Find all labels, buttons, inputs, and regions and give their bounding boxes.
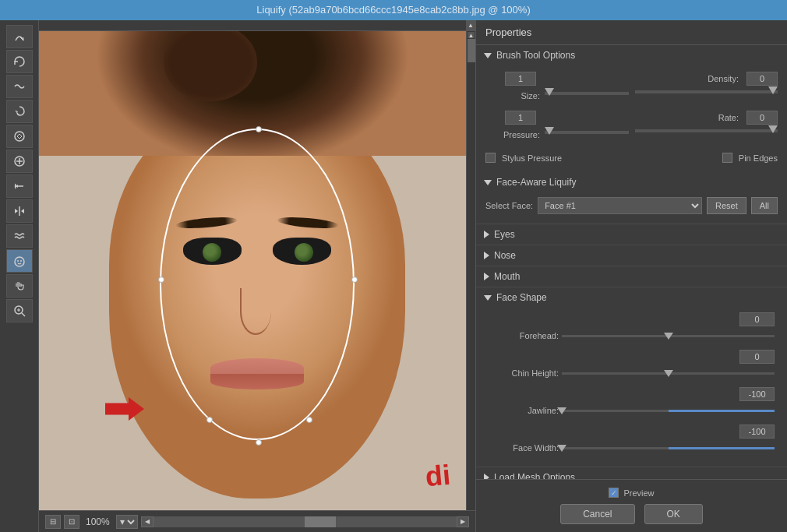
smooth-tool[interactable] — [6, 75, 33, 98]
density-label: Density: — [708, 74, 739, 83]
toolbar — [0, 20, 39, 532]
twirl-tool[interactable] — [6, 100, 33, 123]
mouth-triangle — [484, 273, 489, 280]
forehead-row: Forehead: — [489, 328, 775, 344]
preview-row: ✓ Preview — [609, 488, 654, 498]
forehead-slider[interactable] — [562, 328, 775, 344]
jawline-value[interactable] — [739, 387, 775, 401]
horizontal-scroll-thumb[interactable] — [305, 516, 336, 527]
face-image[interactable]: di — [39, 31, 466, 510]
preview-checkbox[interactable]: ✓ — [609, 488, 619, 498]
scroll-up-arrow[interactable]: ▲ — [466, 20, 475, 31]
jawline-slider[interactable] — [562, 403, 775, 418]
density-value[interactable] — [746, 72, 778, 86]
rate-thumb[interactable] — [768, 125, 778, 133]
turbulence-tool[interactable] — [6, 224, 33, 248]
pressure-thumb[interactable] — [545, 127, 554, 135]
ctrl-point-bottom-right[interactable] — [306, 417, 312, 423]
face-width-slider[interactable] — [562, 440, 775, 456]
load-mesh-header[interactable]: Load Mesh Options — [476, 467, 787, 479]
jawline-row: Jawline: — [489, 403, 775, 418]
status-bar: ⊟ ⊡ 100% ▾ ◀ ▶ — [39, 510, 475, 532]
canvas-content: di — [39, 31, 466, 510]
cancel-button[interactable]: Cancel — [560, 504, 634, 524]
ctrl-point-left[interactable] — [158, 277, 164, 283]
face-width-label: Face Width: — [489, 443, 559, 453]
ctrl-point-bottom[interactable] — [256, 439, 262, 446]
ok-button[interactable]: OK — [644, 504, 703, 524]
face-shape-header[interactable]: Face Shape — [476, 287, 787, 308]
bloat-tool[interactable] — [6, 150, 33, 173]
pressure-rate-row: Pressure: Rate: — [485, 111, 778, 145]
zoom-tool[interactable] — [6, 299, 33, 322]
size-thumb[interactable] — [545, 88, 554, 96]
brush-options-triangle — [484, 53, 492, 58]
all-button[interactable]: All — [751, 197, 778, 214]
face-width-thumb[interactable] — [557, 445, 566, 452]
svg-point-3 — [17, 260, 19, 262]
ctrl-point-top[interactable] — [256, 126, 262, 132]
ctrl-point-bottom-left[interactable] — [206, 417, 213, 423]
view-mode-btn-2[interactable]: ⊡ — [64, 515, 79, 529]
pressure-track — [545, 131, 629, 134]
chin-height-slider[interactable] — [562, 365, 775, 381]
jawline-thumb[interactable] — [557, 407, 566, 414]
face-select[interactable]: Face #1 — [538, 197, 702, 214]
nose-section: Nose — [476, 245, 787, 266]
scroll-right-arrow[interactable]: ▶ — [457, 516, 469, 527]
pin-edges-checkbox[interactable] — [722, 153, 732, 163]
face-aware-header[interactable]: Face-Aware Liquify — [476, 172, 787, 192]
panel-scroll[interactable]: Brush Tool Options Size: — [476, 45, 787, 479]
reconstruct-tool[interactable] — [6, 50, 33, 73]
mirror-tool[interactable] — [6, 199, 33, 223]
mouth-section: Mouth — [476, 266, 787, 287]
reset-button[interactable]: Reset — [707, 197, 746, 214]
face-tool[interactable] — [6, 249, 33, 273]
preview-label: Preview — [623, 488, 654, 498]
forehead-value[interactable] — [739, 312, 775, 326]
face-width-value[interactable] — [739, 425, 775, 439]
canvas-scroll-thumb-v[interactable] — [468, 39, 475, 62]
size-label: Size: — [485, 91, 540, 100]
stylus-pressure-row: Stylus Pressure — [485, 150, 562, 166]
density-thumb[interactable] — [768, 86, 778, 94]
chin-height-value[interactable] — [739, 350, 775, 364]
chin-height-thumb[interactable] — [664, 370, 673, 377]
scroll-left-arrow[interactable]: ◀ — [141, 516, 154, 527]
face-shape-section: Face Shape Forehead: — [476, 287, 787, 467]
select-face-row: Select Face: Face #1 Reset All — [485, 197, 778, 214]
load-mesh-triangle — [484, 474, 489, 479]
stylus-pressure-checkbox[interactable] — [485, 153, 496, 163]
svg-point-0 — [15, 132, 24, 141]
rate-value[interactable] — [746, 111, 778, 125]
density-group: Density: — [635, 72, 778, 106]
view-mode-btn-1[interactable]: ⊟ — [45, 515, 61, 529]
forehead-thumb[interactable] — [664, 333, 673, 340]
stylus-pressure-label: Stylus Pressure — [502, 153, 562, 163]
pressure-value[interactable] — [505, 111, 536, 125]
title-text: Liquify (52ab9a70b6bcd66ccc1945e8cab2c8b… — [256, 4, 530, 16]
size-track — [545, 92, 629, 95]
canvas-scrollbar-v[interactable]: ▲ — [466, 31, 475, 510]
pucker-tool[interactable] — [6, 125, 33, 148]
size-value[interactable] — [505, 72, 536, 86]
push-left-tool[interactable] — [6, 174, 33, 198]
mouth-header[interactable]: Mouth — [476, 266, 787, 287]
zoom-dropdown[interactable]: ▾ — [116, 515, 138, 529]
rate-label: Rate: — [718, 113, 739, 122]
rate-group: Rate: — [635, 111, 778, 145]
svg-point-2 — [15, 257, 24, 266]
eyes-header[interactable]: Eyes — [476, 224, 787, 245]
jawline-label: Jawline: — [489, 406, 559, 415]
hand-tool[interactable] — [6, 274, 33, 298]
brush-tool-options-header[interactable]: Brush Tool Options — [476, 45, 787, 65]
horizontal-scrollbar[interactable] — [154, 516, 457, 527]
eyes-triangle — [484, 231, 489, 238]
pin-edges-row: Pin Edges — [722, 150, 778, 166]
face-shape-triangle — [484, 295, 492, 301]
forward-warp-tool[interactable] — [6, 25, 33, 48]
load-mesh-section: Load Mesh Options — [476, 467, 787, 479]
nose-header[interactable]: Nose — [476, 245, 787, 266]
stylus-pin-row: Stylus Pressure Pin Edges — [485, 150, 778, 166]
ctrl-point-right[interactable] — [351, 277, 358, 283]
